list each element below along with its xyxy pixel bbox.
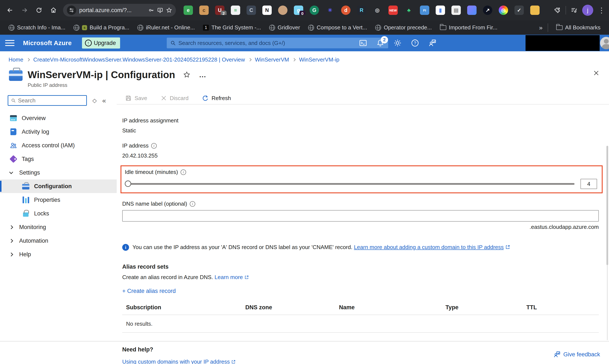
settings-gear-icon[interactable] (394, 39, 402, 47)
upgrade-button[interactable]: ↑ Upgrade (82, 38, 120, 49)
extensions-puzzle-icon[interactable] (554, 7, 561, 14)
fi-icon[interactable]: FI (420, 6, 429, 15)
custom-domain-learn-more-link[interactable]: Learn more about adding a custom domain … (354, 244, 503, 250)
sidebar-item-configuration[interactable]: Configuration (0, 180, 117, 193)
sidebar-group-settings[interactable]: Settings (0, 166, 117, 180)
avatar-ext-icon[interactable] (278, 6, 288, 15)
slider-handle[interactable] (125, 181, 131, 187)
sidebar-group-automation[interactable]: Automation (0, 234, 117, 247)
grammarly-icon[interactable]: G (310, 6, 319, 15)
ublock-shield-icon[interactable]: U2 (215, 6, 225, 15)
rings-icon[interactable]: ◎ (373, 6, 382, 15)
notion-icon[interactable]: N (262, 6, 272, 15)
dns-name-input[interactable] (122, 210, 599, 221)
global-search[interactable] (167, 38, 388, 48)
notifications-bell-icon[interactable]: 2 (376, 39, 384, 47)
new-badge-icon[interactable]: NEW (388, 6, 398, 15)
bookmarks-overflow-icon[interactable]: » (539, 24, 543, 31)
sidebar-item-activity-log[interactable]: Activity log (0, 125, 117, 139)
slider-track[interactable] (125, 183, 574, 185)
install-app-icon[interactable] (157, 7, 163, 13)
menu-search[interactable] (8, 95, 87, 106)
back-icon[interactable] (4, 4, 16, 16)
sidebar-item-overview[interactable]: Overview (0, 111, 117, 125)
bookmark-item[interactable]: Scratch Info - Ima... (6, 23, 68, 32)
custom-domains-help-link[interactable]: Using custom domains with your IP addres… (122, 358, 230, 364)
breadcrumb-vm[interactable]: WinServerVM (255, 56, 289, 63)
discard-button[interactable]: Discard (161, 95, 188, 102)
forward-icon[interactable] (18, 4, 31, 16)
collapse-menu-icon[interactable]: « (102, 97, 106, 104)
help-icon[interactable]: ? (411, 39, 419, 47)
menu-search-input[interactable] (18, 97, 84, 104)
all-bookmarks-button[interactable]: All Bookmarks (553, 23, 603, 32)
grid-gradient-icon[interactable] (467, 6, 477, 15)
mantis-icon[interactable]: ♣ (404, 6, 413, 15)
sidebar-group-monitoring[interactable]: Monitoring (0, 220, 117, 234)
info-icon[interactable]: i (190, 201, 195, 207)
starburst-icon[interactable]: ✳ (325, 6, 335, 15)
media-queue-icon[interactable] (571, 7, 578, 14)
journal-icon[interactable]: c (199, 6, 209, 15)
feedback-icon[interactable] (428, 39, 437, 47)
sidebar-item-tags[interactable]: Tags (0, 152, 117, 166)
bookmark-item[interactable]: sBuild a Progra... (70, 23, 132, 32)
site-settings-icon[interactable] (67, 6, 76, 15)
profile-avatar[interactable]: j (582, 5, 593, 16)
folder-ext-icon[interactable] (530, 6, 540, 15)
refresh-button[interactable]: Refresh (202, 95, 231, 102)
favorite-star-icon[interactable] (183, 71, 190, 78)
bookmark-item[interactable]: 1The Grid System -... (200, 23, 264, 32)
arrow-circle-icon[interactable]: ↗ (483, 6, 492, 15)
idle-timeout-input[interactable] (581, 179, 597, 189)
sidebar-item-properties[interactable]: Properties (0, 193, 117, 207)
password-key-icon[interactable] (148, 7, 154, 13)
cloud-shell-icon[interactable] (359, 39, 367, 47)
column-name[interactable]: Name (335, 304, 442, 311)
column-dns-zone[interactable]: DNS zone (241, 304, 335, 311)
save-button[interactable]: Save (125, 95, 147, 102)
breadcrumb-ip[interactable]: WinServerVM-ip (299, 56, 339, 63)
document-icon[interactable]: ▤ (451, 6, 461, 15)
bookmark-item[interactable]: Operator precede... (372, 23, 435, 32)
scrollbar-thumb[interactable] (607, 146, 608, 265)
give-feedback-button[interactable]: Give feedback (553, 351, 600, 358)
account-avatar[interactable] (600, 37, 609, 49)
url-text[interactable]: portal.azure.com/?... (79, 7, 145, 14)
bookmark-item[interactable]: iRuler.net - Online... (134, 23, 198, 32)
info-icon[interactable]: i (151, 143, 157, 149)
column-subscription[interactable]: Subscription (122, 304, 241, 311)
bookmark-item[interactable]: Imported From Fir... (437, 23, 500, 32)
crescent-c-icon[interactable]: C (247, 6, 256, 15)
bookmark-item[interactable]: Compose to a Vert... (305, 23, 370, 32)
duckduckgo-icon[interactable]: d (341, 6, 350, 15)
info-icon[interactable]: i (181, 169, 186, 175)
phone-icon[interactable]: ▮ (436, 6, 445, 15)
bookmark-item[interactable]: Gridlover (266, 23, 303, 32)
camera-lens-icon[interactable]: ◎ (499, 6, 508, 15)
column-ttl[interactable]: TTL (523, 304, 537, 311)
portal-menu-icon[interactable] (5, 38, 14, 48)
alias-learn-more-link[interactable]: Learn more (215, 274, 243, 280)
sidebar-group-help[interactable]: Help (0, 247, 117, 261)
bookmark-star-icon[interactable] (166, 7, 172, 13)
ghostery-icon[interactable]: g0 (294, 6, 303, 15)
breadcrumb-home[interactable]: Home (9, 56, 23, 63)
breadcrumb-deployment[interactable]: CreateVm-MicrosoftWindowsServer.WindowsS… (33, 56, 245, 63)
notes-list-icon[interactable]: ≡ (231, 6, 240, 15)
sidebar-item-access-control[interactable]: Access control (IAM) (0, 139, 117, 152)
browser-menu-icon[interactable]: ⋮ (598, 6, 605, 14)
sidebar-item-locks[interactable]: Locks (0, 207, 117, 220)
evernote-icon[interactable]: e (184, 6, 193, 15)
home-icon[interactable] (47, 4, 60, 16)
idle-timeout-slider[interactable] (125, 180, 574, 188)
azure-logo[interactable]: Microsoft Azure (23, 39, 72, 47)
more-actions-icon[interactable]: … (199, 71, 207, 79)
global-search-input[interactable] (178, 40, 385, 46)
close-blade-icon[interactable] (593, 70, 600, 77)
react-icon[interactable]: R (357, 6, 366, 15)
pin-toggle-icon[interactable]: ◇ (93, 97, 97, 104)
todo-check-icon[interactable]: ✓ (515, 6, 524, 15)
column-type[interactable]: Type (442, 304, 523, 311)
create-alias-record-link[interactable]: + Create alias record (122, 288, 176, 294)
